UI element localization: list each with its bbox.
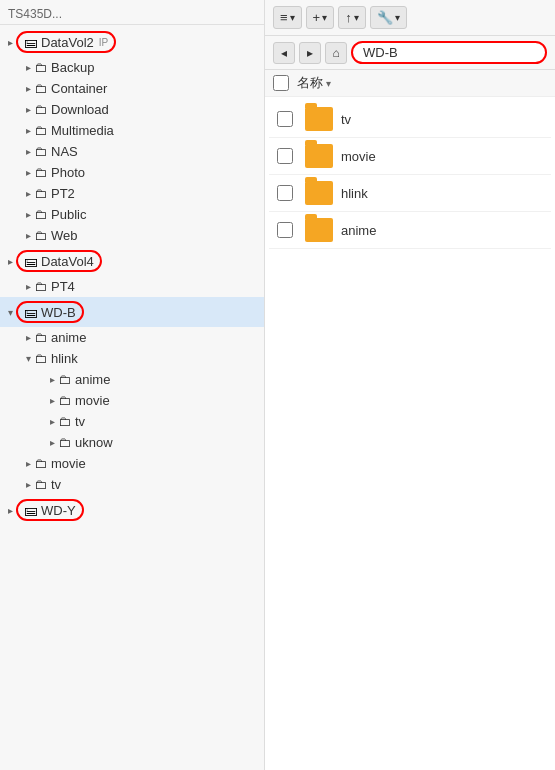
file-name-movie: movie	[341, 149, 376, 164]
home-button[interactable]: ⌂	[325, 42, 347, 64]
folder-photo[interactable]: 🗀 Photo	[0, 162, 264, 183]
upload-dropdown-icon: ▾	[354, 12, 359, 23]
file-name-tv: tv	[341, 112, 351, 127]
wdy-highlight: 🖴 WD-Y	[16, 499, 84, 521]
wdy-arrow	[4, 504, 16, 516]
wdb-hlink-tv-folder-icon: 🗀	[58, 414, 71, 429]
datavol2-highlight: 🖴 DataVol2 IP	[16, 31, 116, 53]
file-folder-icon-anime	[305, 218, 333, 242]
file-row-anime[interactable]: anime	[269, 212, 551, 249]
settings-button[interactable]: 🔧 ▾	[370, 6, 407, 29]
folder-download[interactable]: 🗀 Download	[0, 99, 264, 120]
file-list-header: 名称 ▾	[265, 70, 555, 97]
backup-label: Backup	[51, 60, 94, 75]
file-folder-icon-hlink	[305, 181, 333, 205]
wdb-hlink-folder-icon: 🗀	[34, 351, 47, 366]
path-display[interactable]: WD-B	[351, 41, 547, 64]
file-checkbox-movie[interactable]	[277, 148, 293, 164]
folder-wdb-hlink[interactable]: 🗀 hlink	[0, 348, 264, 369]
select-all-checkbox[interactable]	[273, 75, 289, 91]
file-row-movie[interactable]: movie	[269, 138, 551, 175]
folder-wdb-hlink-uknow[interactable]: 🗀 uknow	[0, 432, 264, 453]
forward-button[interactable]: ▸	[299, 42, 321, 64]
wdb-hlink-anime-folder-icon: 🗀	[58, 372, 71, 387]
wdb-tv-folder-icon: 🗀	[34, 477, 47, 492]
file-name-anime: anime	[341, 223, 376, 238]
multimedia-label: Multimedia	[51, 123, 114, 138]
list-view-dropdown-icon: ▾	[290, 12, 295, 23]
file-name-hlink: hlink	[341, 186, 368, 201]
pt4-arrow	[22, 281, 34, 293]
web-label: Web	[51, 228, 78, 243]
photo-label: Photo	[51, 165, 85, 180]
drive-icon: 🖴	[24, 34, 38, 50]
file-list: tv movie hlink anime	[265, 97, 555, 770]
download-folder-icon: 🗀	[34, 102, 47, 117]
folder-public[interactable]: 🗀 Public	[0, 204, 264, 225]
list-view-icon: ≡	[280, 10, 288, 25]
wdb-hlink-tv-arrow	[46, 416, 58, 428]
folder-wdb-tv[interactable]: 🗀 tv	[0, 474, 264, 495]
folder-wdb-hlink-movie[interactable]: 🗀 movie	[0, 390, 264, 411]
pt4-label: PT4	[51, 279, 75, 294]
folder-web[interactable]: 🗀 Web	[0, 225, 264, 246]
forward-icon: ▸	[307, 46, 313, 60]
folder-container[interactable]: 🗀 Container	[0, 78, 264, 99]
folder-multimedia[interactable]: 🗀 Multimedia	[0, 120, 264, 141]
wdb-drive-icon: 🖴	[24, 304, 38, 320]
public-folder-icon: 🗀	[34, 207, 47, 222]
sort-arrow-icon: ▾	[326, 78, 331, 89]
folder-pt2[interactable]: 🗀 PT2	[0, 183, 264, 204]
backup-arrow	[22, 62, 34, 74]
datavol2-label: DataVol2	[41, 35, 94, 50]
file-checkbox-anime[interactable]	[277, 222, 293, 238]
datavol2-badge: IP	[99, 37, 108, 48]
drive-wdy[interactable]: 🖴 WD-Y	[0, 495, 264, 525]
toolbar: ≡ ▾ + ▾ ↑ ▾ 🔧 ▾	[265, 0, 555, 36]
pt2-arrow	[22, 188, 34, 200]
folder-pt4[interactable]: 🗀 PT4	[0, 276, 264, 297]
new-folder-dropdown-icon: ▾	[322, 12, 327, 23]
wdb-anime-label: anime	[51, 330, 86, 345]
back-button[interactable]: ◂	[273, 42, 295, 64]
pt2-folder-icon: 🗀	[34, 186, 47, 201]
datavol4-highlight: 🖴 DataVol4	[16, 250, 102, 272]
wdb-tv-arrow	[22, 479, 34, 491]
drive-datavol4[interactable]: 🖴 DataVol4	[0, 246, 264, 276]
file-row-tv[interactable]: tv	[269, 101, 551, 138]
app-container: TS435D... 🖴 DataVol2 IP 🗀 Backup 🗀 Conta…	[0, 0, 555, 770]
folder-wdb-hlink-anime[interactable]: 🗀 anime	[0, 369, 264, 390]
nas-folder-icon: 🗀	[34, 144, 47, 159]
file-row-hlink[interactable]: hlink	[269, 175, 551, 212]
drive-wdb[interactable]: 🖴 WD-B	[0, 297, 264, 327]
folder-wdb-anime[interactable]: 🗀 anime	[0, 327, 264, 348]
wdb-hlink-movie-folder-icon: 🗀	[58, 393, 71, 408]
download-label: Download	[51, 102, 109, 117]
list-view-button[interactable]: ≡ ▾	[273, 6, 302, 29]
folder-backup[interactable]: 🗀 Backup	[0, 57, 264, 78]
container-folder-icon: 🗀	[34, 81, 47, 96]
datavol2-arrow	[4, 36, 16, 48]
file-checkbox-hlink[interactable]	[277, 185, 293, 201]
folder-nas[interactable]: 🗀 NAS	[0, 141, 264, 162]
settings-icon: 🔧	[377, 10, 393, 25]
file-checkbox-tv[interactable]	[277, 111, 293, 127]
folder-wdb-hlink-tv[interactable]: 🗀 tv	[0, 411, 264, 432]
wdy-label: WD-Y	[41, 503, 76, 518]
wdb-hlink-anime-arrow	[46, 374, 58, 386]
wdb-hlink-label: hlink	[51, 351, 78, 366]
wdb-hlink-tv-label: tv	[75, 414, 85, 429]
photo-folder-icon: 🗀	[34, 165, 47, 180]
settings-dropdown-icon: ▾	[395, 12, 400, 23]
wdb-hlink-arrow	[22, 353, 34, 365]
top-partial-label: TS435D...	[0, 4, 264, 25]
drive-datavol2[interactable]: 🖴 DataVol2 IP	[0, 27, 264, 57]
wdb-label: WD-B	[41, 305, 76, 320]
wdb-hlink-anime-label: anime	[75, 372, 110, 387]
container-label: Container	[51, 81, 107, 96]
wdb-highlight: 🖴 WD-B	[16, 301, 84, 323]
upload-button[interactable]: ↑ ▾	[338, 6, 366, 29]
container-arrow	[22, 83, 34, 95]
folder-wdb-movie[interactable]: 🗀 movie	[0, 453, 264, 474]
new-folder-button[interactable]: + ▾	[306, 6, 335, 29]
